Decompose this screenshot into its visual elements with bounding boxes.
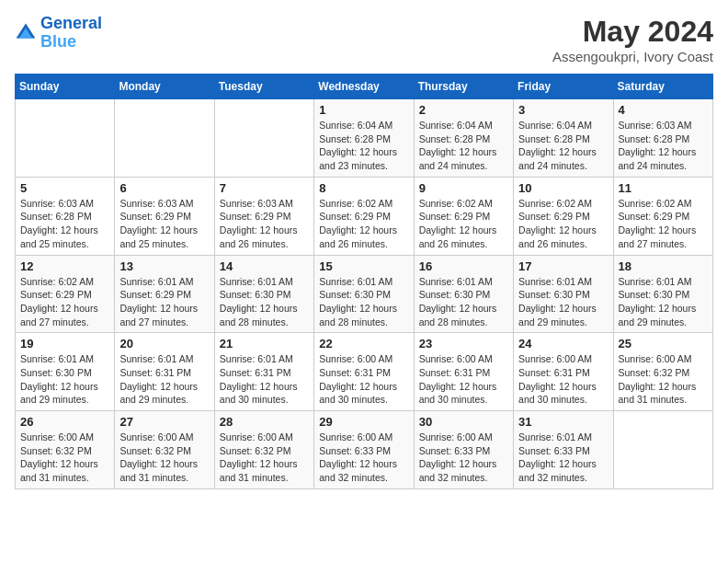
day-number: 13 bbox=[119, 259, 209, 273]
day-number: 3 bbox=[518, 103, 608, 117]
day-info: Sunrise: 6:01 AM Sunset: 6:30 PM Dayligh… bbox=[619, 275, 708, 329]
calendar-cell bbox=[16, 99, 115, 178]
calendar-cell: 22Sunrise: 6:00 AM Sunset: 6:31 PM Dayli… bbox=[314, 333, 414, 411]
day-number: 30 bbox=[419, 415, 508, 429]
weekday-header: Saturday bbox=[613, 75, 712, 99]
day-number: 7 bbox=[220, 181, 309, 195]
calendar-cell: 13Sunrise: 6:01 AM Sunset: 6:29 PM Dayli… bbox=[115, 255, 214, 333]
calendar-cell: 3Sunrise: 6:04 AM Sunset: 6:28 PM Daylig… bbox=[514, 99, 613, 178]
day-number: 29 bbox=[319, 415, 408, 429]
calendar-cell: 8Sunrise: 6:02 AM Sunset: 6:29 PM Daylig… bbox=[314, 177, 414, 255]
day-info: Sunrise: 6:04 AM Sunset: 6:28 PM Dayligh… bbox=[518, 119, 608, 173]
day-number: 6 bbox=[119, 181, 209, 195]
calendar-cell: 2Sunrise: 6:04 AM Sunset: 6:28 PM Daylig… bbox=[414, 99, 513, 178]
calendar-cell: 20Sunrise: 6:01 AM Sunset: 6:31 PM Dayli… bbox=[115, 333, 214, 411]
day-info: Sunrise: 6:03 AM Sunset: 6:29 PM Dayligh… bbox=[220, 197, 309, 251]
weekday-header: Monday bbox=[115, 75, 214, 99]
calendar-cell: 14Sunrise: 6:01 AM Sunset: 6:30 PM Dayli… bbox=[214, 255, 313, 333]
calendar-cell: 27Sunrise: 6:00 AM Sunset: 6:32 PM Dayli… bbox=[115, 411, 214, 489]
calendar-cell bbox=[214, 99, 313, 178]
day-number: 25 bbox=[619, 337, 708, 350]
title-block: May 2024 Assengoukpri, Ivory Coast bbox=[552, 15, 713, 64]
day-info: Sunrise: 6:03 AM Sunset: 6:28 PM Dayligh… bbox=[20, 197, 109, 251]
logo-icon bbox=[15, 22, 37, 44]
calendar-cell: 19Sunrise: 6:01 AM Sunset: 6:30 PM Dayli… bbox=[16, 333, 115, 411]
day-number: 11 bbox=[619, 181, 708, 195]
day-info: Sunrise: 6:00 AM Sunset: 6:31 PM Dayligh… bbox=[319, 352, 408, 407]
page-header: General Blue May 2024 Assengoukpri, Ivor… bbox=[15, 15, 713, 64]
weekday-header: Sunday bbox=[16, 75, 115, 99]
day-number: 20 bbox=[119, 337, 209, 350]
day-number: 8 bbox=[319, 181, 408, 195]
day-info: Sunrise: 6:00 AM Sunset: 6:32 PM Dayligh… bbox=[220, 431, 309, 485]
calendar-cell: 17Sunrise: 6:01 AM Sunset: 6:30 PM Dayli… bbox=[514, 255, 613, 333]
calendar-cell: 1Sunrise: 6:04 AM Sunset: 6:28 PM Daylig… bbox=[314, 99, 414, 178]
day-info: Sunrise: 6:02 AM Sunset: 6:29 PM Dayligh… bbox=[20, 275, 109, 329]
calendar-cell: 16Sunrise: 6:01 AM Sunset: 6:30 PM Dayli… bbox=[414, 255, 513, 333]
day-number: 10 bbox=[518, 181, 608, 195]
calendar-cell bbox=[613, 411, 712, 489]
day-info: Sunrise: 6:01 AM Sunset: 6:30 PM Dayligh… bbox=[419, 275, 508, 329]
day-info: Sunrise: 6:00 AM Sunset: 6:31 PM Dayligh… bbox=[518, 352, 608, 407]
day-number: 31 bbox=[518, 415, 608, 429]
calendar-week-row: 19Sunrise: 6:01 AM Sunset: 6:30 PM Dayli… bbox=[16, 333, 713, 411]
day-info: Sunrise: 6:02 AM Sunset: 6:29 PM Dayligh… bbox=[319, 197, 408, 251]
day-number: 19 bbox=[20, 337, 109, 350]
calendar-cell: 29Sunrise: 6:00 AM Sunset: 6:33 PM Dayli… bbox=[314, 411, 414, 489]
calendar-cell: 12Sunrise: 6:02 AM Sunset: 6:29 PM Dayli… bbox=[16, 255, 115, 333]
calendar-week-row: 5Sunrise: 6:03 AM Sunset: 6:28 PM Daylig… bbox=[16, 177, 713, 255]
day-number: 22 bbox=[319, 337, 408, 350]
day-number: 9 bbox=[419, 181, 508, 195]
day-number: 28 bbox=[220, 415, 309, 429]
weekday-header: Tuesday bbox=[214, 75, 313, 99]
calendar-cell: 11Sunrise: 6:02 AM Sunset: 6:29 PM Dayli… bbox=[613, 177, 712, 255]
calendar-cell: 28Sunrise: 6:00 AM Sunset: 6:32 PM Dayli… bbox=[214, 411, 313, 489]
calendar-cell: 25Sunrise: 6:00 AM Sunset: 6:32 PM Dayli… bbox=[613, 333, 712, 411]
day-info: Sunrise: 6:03 AM Sunset: 6:29 PM Dayligh… bbox=[119, 197, 209, 251]
day-info: Sunrise: 6:00 AM Sunset: 6:32 PM Dayligh… bbox=[20, 431, 109, 485]
day-info: Sunrise: 6:00 AM Sunset: 6:32 PM Dayligh… bbox=[119, 431, 209, 485]
calendar-cell: 9Sunrise: 6:02 AM Sunset: 6:29 PM Daylig… bbox=[414, 177, 513, 255]
day-info: Sunrise: 6:02 AM Sunset: 6:29 PM Dayligh… bbox=[419, 197, 508, 251]
calendar-cell: 30Sunrise: 6:00 AM Sunset: 6:33 PM Dayli… bbox=[414, 411, 513, 489]
day-info: Sunrise: 6:00 AM Sunset: 6:32 PM Dayligh… bbox=[619, 352, 708, 407]
calendar-week-row: 1Sunrise: 6:04 AM Sunset: 6:28 PM Daylig… bbox=[16, 99, 713, 178]
day-info: Sunrise: 6:00 AM Sunset: 6:33 PM Dayligh… bbox=[419, 431, 508, 485]
day-number: 15 bbox=[319, 259, 408, 273]
calendar-cell: 18Sunrise: 6:01 AM Sunset: 6:30 PM Dayli… bbox=[613, 255, 712, 333]
calendar: SundayMondayTuesdayWednesdayThursdayFrid… bbox=[15, 74, 713, 489]
day-number: 5 bbox=[20, 181, 109, 195]
day-info: Sunrise: 6:01 AM Sunset: 6:31 PM Dayligh… bbox=[119, 352, 209, 407]
day-info: Sunrise: 6:00 AM Sunset: 6:33 PM Dayligh… bbox=[319, 431, 408, 485]
calendar-cell: 15Sunrise: 6:01 AM Sunset: 6:30 PM Dayli… bbox=[314, 255, 414, 333]
day-info: Sunrise: 6:01 AM Sunset: 6:30 PM Dayligh… bbox=[20, 352, 109, 407]
month-year: May 2024 bbox=[552, 15, 713, 49]
day-number: 17 bbox=[518, 259, 608, 273]
day-info: Sunrise: 6:01 AM Sunset: 6:31 PM Dayligh… bbox=[220, 352, 309, 407]
weekday-header: Thursday bbox=[414, 75, 513, 99]
weekday-header-row: SundayMondayTuesdayWednesdayThursdayFrid… bbox=[16, 75, 713, 99]
calendar-cell: 24Sunrise: 6:00 AM Sunset: 6:31 PM Dayli… bbox=[514, 333, 613, 411]
calendar-cell: 31Sunrise: 6:01 AM Sunset: 6:33 PM Dayli… bbox=[514, 411, 613, 489]
day-info: Sunrise: 6:01 AM Sunset: 6:30 PM Dayligh… bbox=[220, 275, 309, 329]
day-info: Sunrise: 6:01 AM Sunset: 6:29 PM Dayligh… bbox=[119, 275, 209, 329]
day-info: Sunrise: 6:01 AM Sunset: 6:33 PM Dayligh… bbox=[518, 431, 608, 485]
logo: General Blue bbox=[15, 15, 102, 52]
day-number: 12 bbox=[20, 259, 109, 273]
calendar-cell: 7Sunrise: 6:03 AM Sunset: 6:29 PM Daylig… bbox=[214, 177, 313, 255]
day-info: Sunrise: 6:02 AM Sunset: 6:29 PM Dayligh… bbox=[518, 197, 608, 251]
day-number: 18 bbox=[619, 259, 708, 273]
calendar-cell: 5Sunrise: 6:03 AM Sunset: 6:28 PM Daylig… bbox=[16, 177, 115, 255]
calendar-cell: 23Sunrise: 6:00 AM Sunset: 6:31 PM Dayli… bbox=[414, 333, 513, 411]
day-number: 16 bbox=[419, 259, 508, 273]
calendar-week-row: 26Sunrise: 6:00 AM Sunset: 6:32 PM Dayli… bbox=[16, 411, 713, 489]
calendar-cell: 6Sunrise: 6:03 AM Sunset: 6:29 PM Daylig… bbox=[115, 177, 214, 255]
calendar-cell: 10Sunrise: 6:02 AM Sunset: 6:29 PM Dayli… bbox=[514, 177, 613, 255]
day-info: Sunrise: 6:01 AM Sunset: 6:30 PM Dayligh… bbox=[319, 275, 408, 329]
calendar-cell bbox=[115, 99, 214, 178]
day-info: Sunrise: 6:02 AM Sunset: 6:29 PM Dayligh… bbox=[619, 197, 708, 251]
day-number: 14 bbox=[220, 259, 309, 273]
day-number: 27 bbox=[119, 415, 209, 429]
logo-text: General Blue bbox=[40, 15, 102, 52]
calendar-cell: 21Sunrise: 6:01 AM Sunset: 6:31 PM Dayli… bbox=[214, 333, 313, 411]
